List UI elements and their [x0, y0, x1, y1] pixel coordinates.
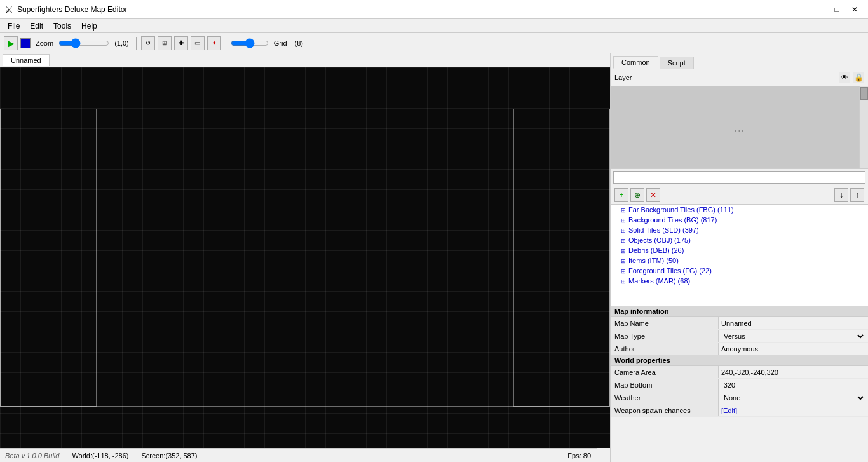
layer-item-obj[interactable]: ⊞Objects (OBJ) (175) [611, 235, 868, 245]
layer-item-bg[interactable]: ⊞Background Tiles (BG) (817) [611, 215, 868, 225]
right-panel: Common Script Layer 👁 🔒 ... + ⊕ ✕ [610, 53, 868, 462]
eye-button[interactable]: 👁 [839, 72, 850, 83]
minimize-button[interactable]: — [811, 3, 827, 17]
map-type-key: Map Type [611, 330, 719, 342]
zoom-color-box [20, 38, 31, 48]
zoom-label: Zoom [33, 39, 56, 47]
map-bottom-row: Map Bottom -320 [611, 379, 868, 391]
grid-value: (8) [292, 39, 306, 47]
map-border-right [513, 109, 610, 407]
build-info: Beta v.1.0.0 Build [5, 452, 59, 459]
map-type-val: Versus Campaign Survival [719, 330, 868, 342]
map-bottom-val: -320 [719, 379, 868, 391]
window-controls: — □ ✕ [811, 3, 863, 17]
layers-list[interactable]: ⊞Far Background Tiles (FBG) (111) ⊞Backg… [611, 205, 868, 306]
search-box-container [611, 169, 868, 186]
map-name-key: Map Name [611, 317, 719, 329]
preview-scroll-thumb[interactable] [860, 87, 868, 100]
layer-label: Layer [614, 74, 632, 81]
properties-section: Map information Map Name Unnamed Map Typ… [611, 306, 868, 462]
fps-display: Fps: 80 [567, 452, 591, 459]
author-row: Author Anonymous [611, 343, 868, 355]
undo-tool-button[interactable]: ↺ [141, 36, 155, 50]
weather-select[interactable]: None Rain Snow [721, 393, 865, 402]
pin-tool-button[interactable]: ✦ [207, 36, 221, 50]
author-key: Author [611, 343, 719, 355]
maximize-button[interactable]: □ [829, 3, 845, 17]
move-layer-down-button[interactable]: ↓ [834, 188, 848, 202]
grid-label: Grid [271, 39, 290, 47]
unnamed-tab[interactable]: Unnamed [3, 54, 50, 66]
menu-file[interactable]: File [3, 20, 25, 32]
canvas-content[interactable] [0, 67, 610, 448]
layer-item-deb[interactable]: ⊞Debris (DEB) (26) [611, 245, 868, 255]
preview-scrollbar[interactable] [859, 86, 868, 168]
author-val: Anonymous [719, 343, 868, 355]
menu-edit[interactable]: Edit [25, 20, 48, 32]
world-props-header: World properties [611, 355, 868, 366]
map-info-header: Map information [611, 306, 868, 317]
close-button[interactable]: ✕ [846, 3, 863, 17]
camera-area-val: 240,-320,-240,320 [719, 366, 868, 378]
add-layer-button[interactable]: + [614, 188, 628, 202]
weather-row: Weather None Rain Snow [611, 391, 868, 404]
layer-section: Layer 👁 🔒 [611, 69, 868, 86]
camera-area-row: Camera Area 240,-320,-240,320 [611, 366, 868, 379]
layer-item-itm[interactable]: ⊞Items (ITM) (50) [611, 255, 868, 266]
weather-key: Weather [611, 391, 719, 404]
screen-coords: Screen:(352, 587) [141, 452, 197, 459]
move-layer-up-button[interactable]: ↑ [850, 188, 864, 202]
layer-item-fg[interactable]: ⊞Foreground Tiles (FG) (22) [611, 266, 868, 276]
title-bar: ⚔ Superfighters Deluxe Map Editor — □ ✕ [0, 0, 868, 19]
map-name-val: Unnamed [719, 317, 868, 329]
layer-toolbar: + ⊕ ✕ ↓ ↑ [611, 186, 868, 205]
toolbar-separator-1 [136, 37, 137, 50]
main-toolbar: ▶ Zoom (1,0) ↺ ⊞ ✚ ▭ ✦ Grid (8) [0, 33, 868, 53]
status-bar: Beta v.1.0.0 Build World:(-118, -286) Sc… [0, 448, 597, 462]
menu-bar: File Edit Tools Help [0, 19, 868, 33]
toolbar-separator-2 [226, 37, 226, 50]
weapon-spawn-key: Weapon spawn chances [611, 404, 719, 416]
tab-script[interactable]: Script [660, 57, 694, 69]
search-input[interactable] [613, 171, 865, 184]
zoom-value: (1,0) [112, 39, 132, 47]
app-icon: ⚔ [5, 4, 13, 15]
secondary-slider[interactable] [231, 38, 269, 48]
weapon-spawn-edit-link[interactable]: [Edit] [721, 407, 737, 414]
panel-tabs: Common Script [611, 53, 868, 69]
camera-area-key: Camera Area [611, 366, 719, 378]
weather-val: None Rain Snow [719, 391, 868, 404]
play-button[interactable]: ▶ [4, 36, 18, 50]
weapon-spawn-val[interactable]: [Edit] [719, 404, 868, 416]
map-type-row: Map Type Versus Campaign Survival [611, 330, 868, 343]
weapon-spawn-row: Weapon spawn chances [Edit] [611, 404, 868, 417]
map-tabs: Unnamed [0, 53, 610, 67]
menu-help[interactable]: Help [76, 20, 102, 32]
menu-tools[interactable]: Tools [48, 20, 76, 32]
tile-preview[interactable]: ... [611, 86, 868, 169]
delete-layer-button[interactable]: ✕ [646, 188, 660, 202]
lock-button[interactable]: 🔒 [853, 72, 864, 83]
copy-layer-button[interactable]: ⊕ [630, 188, 644, 202]
layer-item-fbg[interactable]: ⊞Far Background Tiles (FBG) (111) [611, 205, 868, 215]
grid-tool-button[interactable]: ⊞ [158, 36, 172, 50]
layer-item-sld[interactable]: ⊞Solid Tiles (SLD) (397) [611, 225, 868, 235]
canvas-outer: Unnamed Beta v.1.0.0 Build World:(-118, … [0, 53, 610, 462]
map-name-row: Map Name Unnamed [611, 317, 868, 330]
world-coords: World:(-118, -286) [72, 452, 128, 459]
add-tool-button[interactable]: ✚ [174, 36, 188, 50]
rect-tool-button[interactable]: ▭ [191, 36, 205, 50]
app-title: Superfighters Deluxe Map Editor [17, 5, 811, 14]
layer-item-mar[interactable]: ⊞Markers (MAR) (68) [611, 276, 868, 286]
tab-common[interactable]: Common [613, 56, 658, 69]
map-bottom-key: Map Bottom [611, 379, 719, 391]
zoom-slider[interactable] [58, 38, 109, 48]
preview-dots: ... [734, 120, 745, 135]
map-border-left [0, 109, 97, 407]
map-type-select[interactable]: Versus Campaign Survival [721, 332, 865, 341]
main-layout: Unnamed Beta v.1.0.0 Build World:(-118, … [0, 53, 868, 462]
